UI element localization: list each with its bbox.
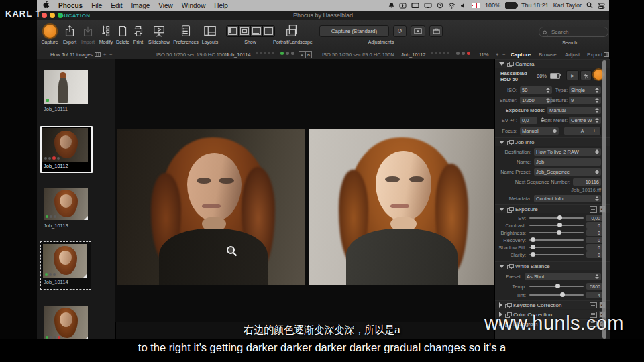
focus-auto-button[interactable]: A (576, 127, 589, 135)
menu-window[interactable]: Window (182, 2, 206, 9)
slider-thumb[interactable] (531, 245, 535, 249)
stepper-icon[interactable] (551, 129, 557, 133)
light-meter-select[interactable]: Centre W (569, 117, 601, 124)
slider-thumb[interactable] (555, 284, 560, 288)
metadata-select[interactable]: Contact Info (534, 195, 601, 202)
name-preset-select[interactable]: Job_Sequence (534, 168, 601, 176)
tab-browse[interactable]: Browse (539, 52, 557, 58)
search-input[interactable] (550, 28, 600, 36)
focus-mode-select[interactable]: Manual (520, 127, 559, 135)
brightness-slider[interactable] (529, 232, 584, 233)
compare-b-button[interactable]: B (305, 51, 312, 58)
menu-help[interactable]: Help (214, 2, 228, 9)
viewer-zoom-in-button[interactable]: + (496, 52, 498, 58)
presets-menu-icon[interactable] (590, 302, 597, 308)
thumbnail-job-10113[interactable] (44, 188, 88, 220)
browser-filmstrip-icon[interactable] (95, 52, 101, 58)
ev-field[interactable]: 0,0 (520, 117, 537, 124)
panel-scrollbar[interactable] (602, 60, 606, 339)
exposure-mode-select[interactable]: Manual (547, 107, 601, 114)
stepper-icon[interactable] (545, 88, 550, 93)
search-field[interactable] (539, 27, 608, 37)
thumbnail-job-10114-marquee[interactable]: Job_10114 (40, 241, 91, 290)
spotlight-search-icon[interactable] (586, 2, 593, 9)
stepper-icon[interactable] (594, 108, 599, 113)
tab-capture[interactable]: Capture (511, 52, 531, 58)
app-box-icon[interactable] (399, 3, 407, 9)
adjustments-save-button[interactable] (429, 25, 443, 37)
stepper-icon[interactable] (594, 170, 599, 174)
ev-slider[interactable] (529, 217, 584, 219)
adjustments-preset-dropdown[interactable]: Capture (Standard) (319, 25, 389, 37)
left-rating-pips[interactable] (256, 52, 274, 54)
stepper-icon[interactable] (594, 98, 599, 103)
wifi-icon[interactable] (448, 3, 455, 9)
tab-adjust[interactable]: Adjust (565, 52, 580, 58)
left-color-tags[interactable] (280, 52, 294, 55)
layouts-button[interactable]: Layouts (199, 23, 221, 44)
stepper-icon[interactable] (594, 149, 599, 154)
recovery-slider[interactable] (529, 239, 584, 241)
slideshow-button[interactable]: Slideshow (146, 23, 172, 44)
panel-toggle-icon[interactable] (604, 52, 609, 58)
screen-mirroring-icon[interactable] (424, 3, 432, 9)
thumbnail-job-10112-selected[interactable]: Job_10112 (40, 126, 93, 173)
slider-thumb[interactable] (560, 292, 565, 297)
focus-far-button[interactable]: + (588, 127, 601, 135)
aperture-select[interactable]: 9 (569, 97, 601, 104)
adjustments-add-button[interactable] (411, 25, 425, 37)
slider-thumb[interactable] (557, 215, 562, 220)
right-rating-pips[interactable] (431, 52, 449, 54)
show-tools-button[interactable] (263, 26, 274, 36)
live-view-button[interactable]: ▶ (566, 70, 579, 80)
temp-slider[interactable] (529, 286, 584, 287)
input-source-flag-icon[interactable] (472, 3, 480, 8)
browser-zoom-out-button[interactable]: − (109, 52, 112, 58)
tint-slider[interactable] (529, 294, 584, 296)
stepper-icon[interactable] (594, 274, 599, 279)
tab-export[interactable]: Export (587, 52, 602, 58)
menu-image[interactable]: Image (131, 2, 150, 9)
apple-menu-icon[interactable] (43, 1, 50, 10)
adjustments-reset-button[interactable]: ↺ (393, 25, 407, 37)
right-color-tags[interactable] (456, 52, 470, 55)
browser-zoom-in-button[interactable]: + (103, 52, 106, 58)
flash-off-button[interactable] (580, 70, 592, 80)
compare-a-button[interactable]: A (299, 51, 305, 58)
type-select[interactable]: Single (569, 86, 601, 94)
iso-select[interactable]: 50 (520, 86, 552, 94)
capture-button[interactable]: Capture (38, 23, 61, 44)
viewer-photo-right[interactable] (309, 129, 494, 285)
stepper-icon[interactable] (594, 196, 599, 201)
slider-thumb[interactable] (557, 223, 562, 227)
section-header-exposure[interactable]: Exposure ✓ (495, 204, 610, 213)
section-header-camera[interactable]: Camera (495, 59, 610, 68)
section-header-white-balance[interactable]: White Balance (495, 261, 610, 270)
thumbnail-job-10111[interactable] (44, 70, 88, 104)
control-center-icon[interactable] (598, 3, 605, 9)
viewer-zoom-out-button[interactable]: − (502, 52, 505, 58)
preferences-button[interactable]: Preferences (171, 23, 201, 44)
battery-icon[interactable] (505, 2, 517, 9)
show-filmstrip-button[interactable] (251, 26, 263, 36)
menubar-clock[interactable]: Thu 18:21 (521, 2, 549, 9)
notification-bell-icon[interactable] (388, 2, 394, 9)
print-button[interactable]: Print (129, 23, 147, 44)
display-icon[interactable] (411, 3, 419, 9)
destination-select[interactable]: How To live 2 RAW (534, 148, 601, 156)
menubar-user[interactable]: Karl Taylor (553, 2, 582, 9)
volume-icon[interactable] (460, 3, 467, 9)
next-sequence-field[interactable]: 10116 (573, 178, 601, 186)
export-button[interactable]: Export (60, 23, 80, 44)
menu-view[interactable]: View (158, 2, 173, 9)
loupe-cursor-icon[interactable] (226, 245, 237, 259)
slider-thumb[interactable] (557, 230, 561, 235)
show-browser-button[interactable] (227, 26, 239, 36)
stepper-icon[interactable] (594, 88, 599, 93)
show-viewer-button[interactable] (239, 26, 251, 36)
time-machine-icon[interactable] (437, 2, 443, 9)
menu-edit[interactable]: Edit (111, 2, 122, 9)
menu-app[interactable]: Phocus (58, 2, 83, 9)
slider-thumb[interactable] (531, 252, 535, 257)
contrast-slider[interactable] (529, 225, 584, 226)
